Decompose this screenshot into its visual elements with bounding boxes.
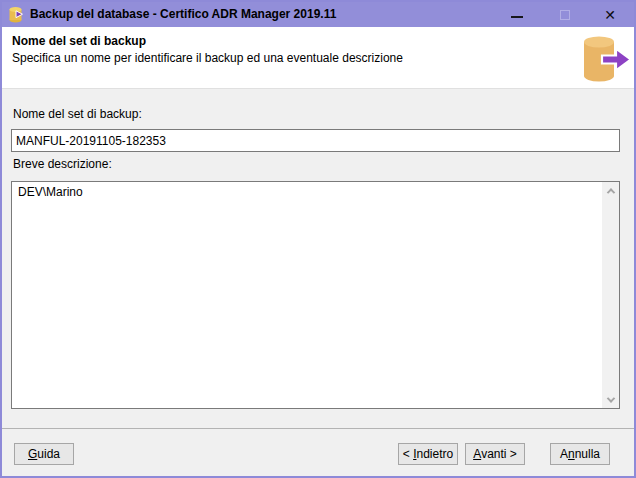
chevron-down-icon (606, 394, 614, 402)
close-button[interactable]: ✕ (597, 2, 623, 27)
page-title: Nome del set di backup (12, 34, 146, 48)
description-textarea[interactable]: DEV\Marino (11, 181, 620, 409)
app-database-icon (8, 6, 25, 23)
scroll-up-button[interactable] (602, 182, 619, 199)
page-subtitle: Specifica un nome per identificare il ba… (12, 51, 403, 65)
minimize-button[interactable] (504, 2, 530, 27)
cancel-button[interactable]: Annulla (550, 443, 610, 465)
chevron-up-icon (606, 188, 614, 196)
close-icon: ✕ (604, 8, 616, 22)
scroll-down-button[interactable] (602, 391, 619, 408)
minimize-icon (511, 16, 523, 18)
maximize-icon (560, 10, 570, 20)
database-export-icon (578, 34, 634, 84)
description-text[interactable]: DEV\Marino (12, 182, 602, 408)
maximize-button-disabled (552, 2, 578, 27)
description-field-label: Breve descrizione: (13, 157, 112, 171)
backup-wizard-dialog: Backup del database - Certifico ADR Mana… (0, 0, 636, 478)
next-button[interactable]: Avanti > (465, 443, 525, 465)
backup-set-name-input[interactable] (11, 129, 620, 152)
name-field-label: Nome del set di backup: (13, 107, 142, 121)
window-title: Backup del database - Certifico ADR Mana… (30, 2, 336, 27)
wizard-header: Nome del set di backup Specifica un nome… (2, 27, 634, 89)
footer-divider (2, 428, 634, 429)
help-button[interactable]: Guida (14, 443, 74, 465)
vertical-scrollbar[interactable] (602, 182, 619, 408)
title-bar[interactable]: Backup del database - Certifico ADR Mana… (2, 2, 634, 27)
back-button[interactable]: < Indietro (398, 443, 458, 465)
